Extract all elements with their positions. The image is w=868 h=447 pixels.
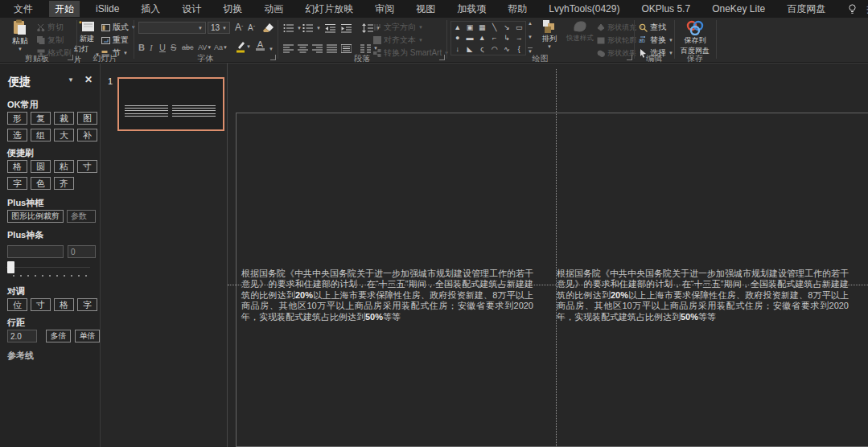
- frame-param-button[interactable]: 参数: [67, 210, 96, 223]
- shape-table-icon[interactable]: ▦: [476, 22, 488, 32]
- shape-line-icon[interactable]: ╲: [488, 22, 500, 32]
- shape-fill-button[interactable]: 形状填充▼: [597, 22, 644, 33]
- font-size-combo[interactable]: 13▼: [208, 22, 230, 34]
- text-box-left[interactable]: 根据国务院《中共中央国务院关于进一步加强城市规划建设管理工作的若干意见》的要求和…: [241, 269, 533, 322]
- text-direction-button[interactable]: 文字方向▼: [373, 22, 423, 33]
- tab-transitions[interactable]: 切换: [217, 1, 248, 17]
- font-dialog-launcher-icon[interactable]: [270, 55, 276, 60]
- panel-close-icon[interactable]: ✕: [84, 74, 93, 85]
- shape-arrow-line-icon[interactable]: ↘: [500, 22, 512, 32]
- replace-button[interactable]: ab 替换▼: [639, 35, 673, 46]
- slide-canvas[interactable]: 根据国务院《中共中央国务院关于进一步加强城市规划建设管理工作的若干意见》的要求和…: [228, 63, 868, 447]
- ok-select-button[interactable]: 选: [7, 129, 27, 141]
- brush-color-button[interactable]: 色: [31, 177, 51, 190]
- brush-size-button[interactable]: 寸: [77, 160, 97, 173]
- align-text-button[interactable]: 对齐文本▼: [373, 35, 423, 46]
- slider-track[interactable]: [6, 267, 90, 268]
- find-button[interactable]: 查找: [639, 22, 666, 33]
- paste-button[interactable]: 粘贴 ▼: [6, 19, 34, 51]
- vertical-guide[interactable]: [556, 69, 557, 447]
- tab-help[interactable]: 帮助: [502, 1, 533, 17]
- shape-rectangle-icon[interactable]: ▭: [513, 22, 525, 32]
- character-spacing-button[interactable]: AV▼: [198, 41, 212, 54]
- decrease-font-size-button[interactable]: Aˇ: [248, 21, 255, 34]
- font-color-button[interactable]: A: [256, 40, 265, 53]
- clear-formatting-button[interactable]: [262, 20, 274, 33]
- shape-triangle-icon[interactable]: ▲: [451, 22, 463, 32]
- ok-size-button[interactable]: 大: [54, 129, 74, 141]
- bold-button[interactable]: B: [138, 41, 145, 54]
- arrange-button[interactable]: 排列 ▼: [537, 19, 562, 49]
- brush-format-button[interactable]: 格: [7, 160, 27, 173]
- change-case-button[interactable]: Aa▼: [214, 41, 228, 54]
- drawing-dialog-launcher-icon[interactable]: [627, 55, 632, 60]
- shapes-scroll-up-icon[interactable]: ▲: [528, 21, 533, 26]
- brush-circle-button[interactable]: 圆: [31, 160, 51, 173]
- numbering-button[interactable]: ▼: [302, 23, 321, 34]
- line-spacing-input[interactable]: 2.0: [7, 330, 37, 342]
- tab-home[interactable]: 开始: [49, 1, 80, 17]
- tab-okplus[interactable]: OKPlus 5.7: [636, 1, 696, 17]
- bar-value-box[interactable]: 0: [68, 245, 96, 258]
- frame-crop-ratio-button[interactable]: 图形比例裁剪: [7, 210, 64, 223]
- reset-button[interactable]: 重置: [101, 35, 129, 46]
- layout-button[interactable]: 版式▼: [101, 22, 136, 33]
- align-right-button[interactable]: [312, 43, 323, 54]
- font-name-combo[interactable]: ▼: [138, 22, 206, 34]
- tab-slideshow[interactable]: 幻灯片放映: [299, 1, 359, 17]
- shape-picture-icon[interactable]: ▣: [463, 22, 475, 32]
- tab-review[interactable]: 审阅: [369, 1, 400, 17]
- shape-rounded-rectangle-icon[interactable]: ▬: [463, 33, 475, 43]
- tab-file[interactable]: 文件: [8, 1, 39, 17]
- tab-design[interactable]: 设计: [176, 1, 207, 17]
- tell-me-search[interactable]: 操作说明搜索: [861, 1, 868, 17]
- tab-addins[interactable]: 加载项: [451, 1, 492, 17]
- align-left-button[interactable]: [283, 43, 294, 54]
- shape-right-arrow-icon[interactable]: →: [513, 33, 525, 43]
- text-highlight-button[interactable]: ▼: [235, 40, 251, 53]
- distribute-button[interactable]: [341, 43, 352, 54]
- shape-oval-icon[interactable]: ●: [451, 33, 463, 43]
- brush-align-button[interactable]: 齐: [54, 177, 74, 190]
- strikethrough-button[interactable]: S: [171, 41, 176, 54]
- ok-crop-button[interactable]: 裁: [54, 112, 74, 125]
- ok-image-button[interactable]: 图: [77, 112, 97, 125]
- text-box-right[interactable]: 根据国务院《中共中央国务院关于进一步加强城市规划建设管理工作的若干意见》的要求和…: [557, 269, 849, 322]
- increase-font-size-button[interactable]: Aˆ: [235, 21, 243, 34]
- shapes-scroll-down-icon[interactable]: ▼: [528, 35, 533, 39]
- tab-view[interactable]: 视图: [410, 1, 441, 17]
- shape-isosceles-triangle-icon[interactable]: ▲: [476, 33, 488, 43]
- quick-styles-button[interactable]: 快速样式: [565, 19, 595, 43]
- tab-islide[interactable]: iSlide: [90, 1, 125, 17]
- spacing-single-button[interactable]: 单倍: [75, 330, 100, 342]
- ok-shape-button[interactable]: 形: [7, 112, 27, 125]
- spacing-multiple-button[interactable]: 多倍: [46, 330, 71, 342]
- swap-position-button[interactable]: 位: [7, 298, 27, 311]
- increase-indent-button[interactable]: [341, 23, 352, 34]
- swap-text-button[interactable]: 字: [77, 298, 97, 311]
- brush-paste-button[interactable]: 粘: [54, 160, 74, 173]
- ok-patch-button[interactable]: 补: [77, 129, 97, 141]
- swap-size-button[interactable]: 寸: [31, 298, 51, 311]
- copy-button[interactable]: 复制: [37, 35, 64, 46]
- bar-input[interactable]: [7, 245, 64, 258]
- save-to-baidu-button[interactable]: 保存到 百度网盘: [676, 19, 714, 56]
- paragraph-dialog-launcher-icon[interactable]: [439, 55, 445, 60]
- cut-button[interactable]: 剪切: [37, 22, 64, 33]
- slide-thumbnail[interactable]: [117, 77, 224, 131]
- underline-button[interactable]: U: [159, 41, 166, 54]
- bullets-button[interactable]: ▼: [283, 23, 302, 34]
- tab-onekey[interactable]: OneKey Lite: [706, 1, 771, 17]
- shape-elbow-connector-icon[interactable]: ⌐: [488, 33, 500, 43]
- tab-lvyhtools[interactable]: LvyhTools(0429): [543, 1, 625, 17]
- brush-font-button[interactable]: 字: [7, 177, 27, 190]
- align-center-button[interactable]: [298, 43, 308, 54]
- tab-animations[interactable]: 动画: [258, 1, 289, 17]
- shape-elbow-arrow-icon[interactable]: ↳: [500, 33, 512, 43]
- ok-group-button[interactable]: 组: [31, 129, 51, 141]
- tab-insert[interactable]: 插入: [135, 1, 166, 17]
- swap-format-button[interactable]: 格: [54, 298, 74, 311]
- tab-baidu-netdisk[interactable]: 百度网盘: [781, 1, 831, 17]
- ok-copy-button[interactable]: 复: [31, 112, 51, 125]
- clipboard-dialog-launcher-icon[interactable]: [68, 55, 73, 60]
